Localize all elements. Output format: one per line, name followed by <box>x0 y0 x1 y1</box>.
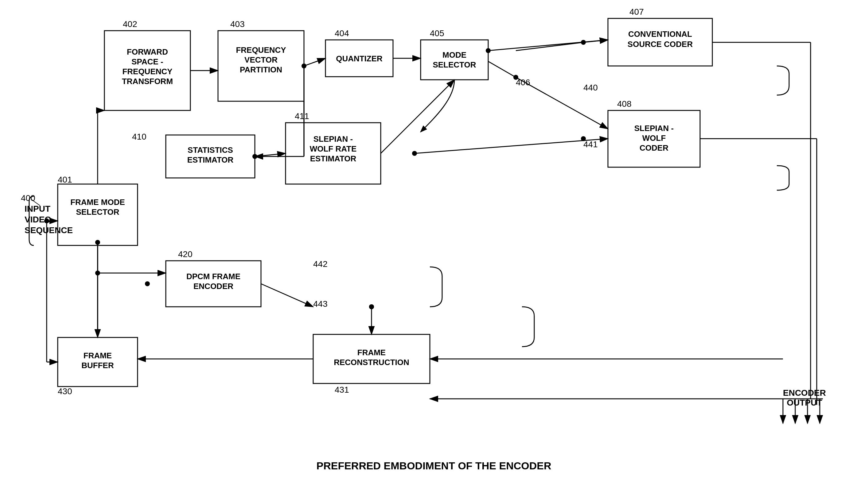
wire-411-to-408 <box>414 139 608 153</box>
wire-420-to-area <box>261 284 313 307</box>
label-410b: ESTIMATOR <box>187 155 234 164</box>
ref-406: 406 <box>516 77 530 87</box>
label-410a: STATISTICS <box>188 145 233 155</box>
label-401a: FRAME MODE <box>70 198 125 207</box>
wire-405-feedback-1 <box>421 80 455 132</box>
label-411b: WOLF RATE <box>310 144 357 153</box>
label-407b: SOURCE CODER <box>628 40 693 49</box>
label-400c: SEQUENCE <box>25 226 73 235</box>
label-408a: SLEPIAN - <box>634 124 674 133</box>
label-403a: FREQUENCY <box>236 45 286 55</box>
ref-441: 441 <box>583 139 598 149</box>
ref-401: 401 <box>58 175 72 184</box>
ref-404: 404 <box>335 29 349 38</box>
label-411a: SLEPIAN - <box>313 134 353 143</box>
wire-to-407b <box>583 40 608 42</box>
block-diagram-svg: INPUT VIDEO SEQUENCE 400 FRAME MODE SELE… <box>0 0 868 489</box>
wire-411-to-405 <box>381 80 455 153</box>
label-405b: SELECTOR <box>433 60 476 69</box>
bullet-405-out <box>486 48 491 53</box>
label-430b: BUFFER <box>81 361 114 370</box>
wire-403-to-404 <box>304 58 326 66</box>
ref-405: 405 <box>430 29 444 38</box>
block-411 <box>285 123 381 184</box>
bullet-443 <box>369 304 374 309</box>
label-407a: CONVENTIONAL <box>628 29 692 39</box>
caption-text: PREFERRED EMBODIMENT OF THE ENCODER <box>316 460 551 471</box>
label-430a: FRAME <box>84 351 112 360</box>
label-403c: PARTITION <box>240 65 282 74</box>
label-408b: WOLF <box>642 133 666 143</box>
wire-to-407 <box>516 42 583 51</box>
label-404: QUANTIZER <box>336 54 382 63</box>
ref-440: 440 <box>583 83 598 92</box>
label-401b: SELECTOR <box>76 207 119 217</box>
ref-408: 408 <box>617 99 631 108</box>
bracket-441 <box>777 166 789 190</box>
diagram-container: INPUT VIDEO SEQUENCE 400 FRAME MODE SELE… <box>0 0 868 489</box>
ref-400: 400 <box>21 193 35 203</box>
label-402a: FORWARD <box>127 47 168 57</box>
ref-410: 410 <box>132 132 147 141</box>
bracket-443 <box>522 307 534 347</box>
ref-407: 407 <box>629 7 644 17</box>
label-encoder-output-a: ENCODER <box>783 388 826 398</box>
ref-420: 420 <box>178 250 192 259</box>
ref-411: 411 <box>295 111 309 121</box>
label-402c: FREQUENCY <box>122 67 172 76</box>
ref-431: 431 <box>335 385 349 394</box>
ref-402: 402 <box>123 19 137 29</box>
label-403b: VECTOR <box>244 55 278 64</box>
wire-405-down <box>488 61 516 77</box>
label-408c: CODER <box>640 143 669 153</box>
label-420a: DPCM FRAME <box>186 272 240 281</box>
bullet-dpcm-in <box>145 281 150 286</box>
ref-443: 443 <box>313 299 328 308</box>
bracket-440 <box>777 66 789 95</box>
label-420b: ENCODER <box>193 282 234 291</box>
label-431a: FRAME <box>358 348 385 357</box>
ref-442: 442 <box>313 259 328 269</box>
label-400: INPUT <box>25 204 50 214</box>
label-405a: MODE <box>442 50 466 60</box>
label-411c: ESTIMATOR <box>310 154 356 163</box>
block-405 <box>421 40 488 80</box>
bullet-408-in <box>581 136 586 141</box>
label-402d: TRANSFORM <box>122 77 173 86</box>
ref-403: 403 <box>230 19 245 29</box>
ref-430: 430 <box>58 387 72 396</box>
label-402b: SPACE - <box>131 57 163 66</box>
label-431b: RECONSTRUCTION <box>334 358 409 367</box>
bracket-442 <box>430 267 442 307</box>
